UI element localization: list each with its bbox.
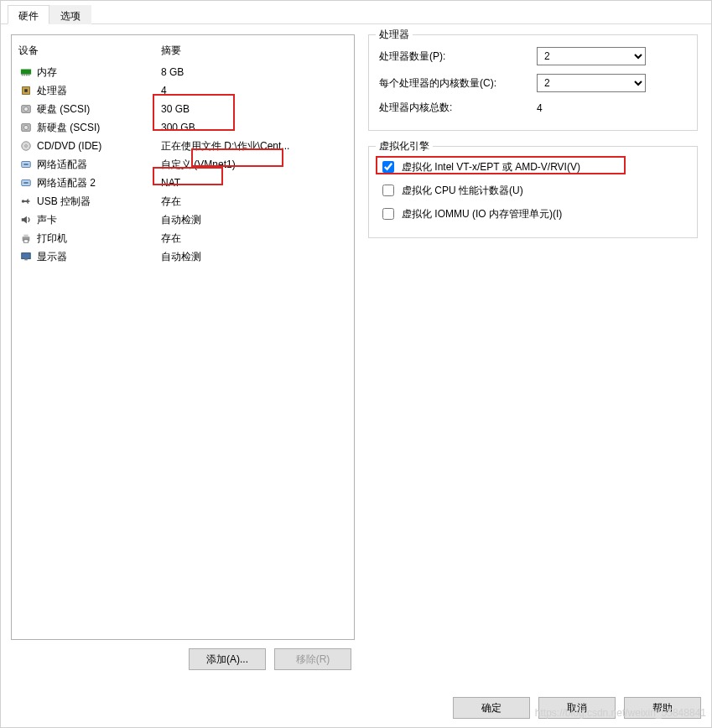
device-name: 网络适配器 2: [37, 176, 161, 190]
group-virtualization: 虚拟化引擎 虚拟化 Intel VT-x/EPT 或 AMD-V/RVI(V) …: [368, 146, 698, 238]
device-summary: 自动检测: [161, 213, 347, 227]
device-summary: 自定义 (VMnet1): [161, 158, 347, 172]
memory-icon: [18, 65, 34, 79]
svg-rect-20: [23, 240, 28, 243]
device-summary: 正在使用文件 D:\作业\Cent...: [161, 139, 347, 153]
device-name: 网络适配器: [37, 158, 161, 172]
help-button[interactable]: 帮助: [624, 697, 701, 719]
group-title-virt: 虚拟化引擎: [376, 139, 433, 153]
select-cores-per-proc[interactable]: 2: [537, 74, 646, 92]
cd-icon: [18, 139, 34, 153]
label-proc-count: 处理器数量(P):: [379, 49, 530, 64]
device-row[interactable]: 硬盘 (SCSI)30 GB: [18, 100, 347, 118]
usb-icon: [18, 195, 34, 208]
disk-icon: [18, 102, 34, 116]
tab-hardware[interactable]: 硬件: [8, 5, 49, 24]
select-proc-count[interactable]: 2: [537, 47, 646, 65]
svg-point-12: [25, 145, 28, 148]
svg-rect-21: [22, 253, 31, 259]
checkbox-vtx[interactable]: [382, 161, 394, 173]
device-row[interactable]: 网络适配器自定义 (VMnet1): [18, 155, 347, 174]
display-icon: [18, 250, 34, 263]
remove-button[interactable]: 移除(R): [274, 648, 351, 670]
svg-rect-4: [29, 75, 30, 76]
value-total-cores: 4: [537, 102, 646, 114]
label-vtx[interactable]: 虚拟化 Intel VT-x/EPT 或 AMD-V/RVI(V): [402, 160, 580, 174]
device-name: 新硬盘 (SCSI): [37, 121, 161, 135]
device-row[interactable]: 打印机存在: [18, 229, 347, 247]
device-row[interactable]: 网络适配器 2NAT: [18, 174, 347, 192]
svg-rect-6: [24, 89, 28, 92]
device-name: CD/DVD (IDE): [37, 140, 161, 152]
device-row[interactable]: 新硬盘 (SCSI)300 GB: [18, 118, 347, 137]
svg-rect-0: [21, 70, 31, 75]
tab-options[interactable]: 选项: [49, 5, 91, 24]
tab-bar: 硬件 选项: [1, 1, 711, 24]
svg-point-8: [23, 107, 28, 111]
net-icon: [18, 176, 34, 190]
device-name: USB 控制器: [37, 195, 161, 209]
device-summary: 4: [161, 85, 347, 96]
svg-rect-14: [23, 164, 28, 165]
disk-icon: [18, 121, 34, 134]
device-summary: 自动检测: [161, 250, 347, 264]
svg-rect-22: [24, 259, 28, 261]
device-row[interactable]: 声卡自动检测: [18, 211, 347, 229]
net-icon: [18, 158, 34, 171]
device-summary: 存在: [161, 195, 347, 209]
svg-rect-2: [23, 75, 25, 76]
ok-button[interactable]: 确定: [453, 697, 530, 719]
printer-icon: [18, 231, 34, 245]
device-row[interactable]: CD/DVD (IDE)正在使用文件 D:\作业\Cent...: [18, 137, 347, 155]
svg-rect-3: [26, 75, 28, 76]
device-name: 硬盘 (SCSI): [37, 102, 161, 117]
svg-rect-16: [23, 182, 28, 184]
svg-rect-19: [23, 235, 28, 237]
device-name: 打印机: [37, 231, 161, 246]
device-row[interactable]: 内存8 GB: [18, 63, 347, 81]
device-name: 内存: [37, 65, 161, 80]
label-cores-per-proc: 每个处理器的内核数量(C):: [379, 76, 530, 91]
settings-dialog: 硬件 选项 设备 摘要 内存8 GB处理器4硬盘 (SCSI)30 GB新硬盘 …: [0, 0, 712, 728]
group-processors: 处理器 处理器数量(P): 2 每个处理器的内核数量(C): 2 处理器内核总数…: [368, 34, 698, 131]
label-cpuperf[interactable]: 虚拟化 CPU 性能计数器(U): [402, 184, 523, 198]
device-row[interactable]: 处理器4: [18, 81, 347, 100]
cpu-icon: [18, 84, 34, 97]
device-summary: 30 GB: [161, 103, 347, 115]
header-device: 设备: [18, 44, 161, 58]
group-title-processors: 处理器: [376, 28, 413, 42]
header-summary: 摘要: [161, 44, 347, 58]
sound-icon: [18, 213, 34, 226]
label-total-cores: 处理器内核总数:: [379, 101, 530, 115]
device-summary: 存在: [161, 231, 347, 246]
cancel-button[interactable]: 取消: [538, 697, 616, 719]
checkbox-cpuperf[interactable]: [382, 185, 394, 196]
add-button[interactable]: 添加(A)...: [189, 648, 266, 670]
device-name: 声卡: [37, 213, 161, 227]
device-row[interactable]: USB 控制器存在: [18, 192, 347, 211]
device-list-header: 设备 摘要: [18, 40, 347, 63]
label-iommu[interactable]: 虚拟化 IOMMU (IO 内存管理单元)(I): [402, 207, 562, 221]
device-row[interactable]: 显示器自动检测: [18, 247, 347, 266]
checkbox-iommu[interactable]: [382, 208, 394, 220]
device-name: 显示器: [37, 250, 161, 264]
svg-point-10: [23, 125, 28, 129]
device-summary: 8 GB: [161, 66, 347, 78]
device-list[interactable]: 设备 摘要 内存8 GB处理器4硬盘 (SCSI)30 GB新硬盘 (SCSI)…: [11, 34, 355, 640]
device-summary: NAT: [161, 177, 347, 189]
device-summary: 300 GB: [161, 122, 347, 133]
device-name: 处理器: [37, 84, 161, 98]
svg-rect-1: [22, 75, 23, 76]
